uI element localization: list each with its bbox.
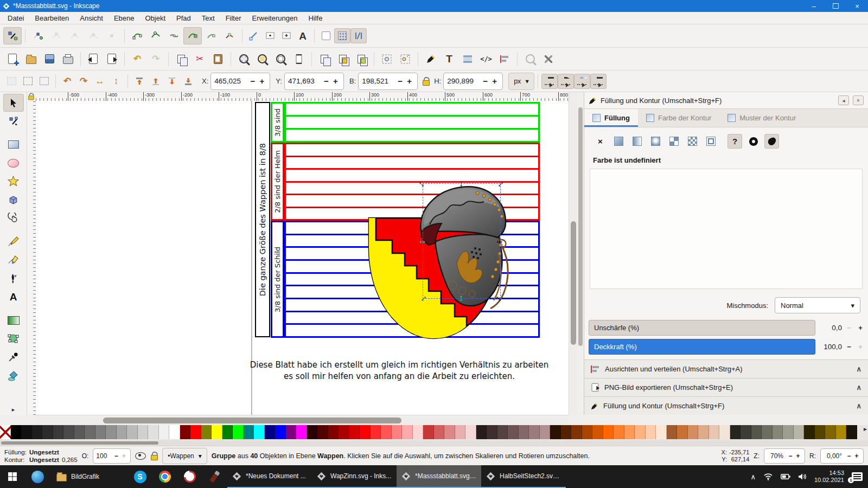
zoom-drawing-button[interactable] bbox=[253, 50, 271, 68]
palette-swatch[interactable] bbox=[201, 425, 212, 439]
fill-undefined-button[interactable]: ? bbox=[727, 134, 742, 149]
box3d-tool-button[interactable] bbox=[3, 191, 24, 209]
palette-swatch[interactable] bbox=[360, 425, 371, 439]
palette-swatch[interactable] bbox=[317, 425, 328, 439]
stroke-to-path-button[interactable] bbox=[262, 28, 278, 43]
node-corner-button[interactable] bbox=[128, 27, 146, 44]
palette-swatch[interactable] bbox=[233, 425, 244, 439]
palette-swatch[interactable] bbox=[719, 425, 730, 439]
y-plus-button[interactable]: + bbox=[331, 76, 340, 86]
star-tool-button[interactable] bbox=[3, 172, 24, 190]
palette-swatch[interactable] bbox=[402, 425, 413, 439]
group-button[interactable] bbox=[378, 50, 396, 68]
clone-button[interactable] bbox=[334, 50, 352, 68]
palette-swatch[interactable] bbox=[709, 425, 720, 439]
horizontal-scrollbar-thumb[interactable] bbox=[103, 418, 401, 423]
palette-swatch[interactable] bbox=[169, 425, 180, 439]
close-button[interactable]: × bbox=[846, 0, 868, 12]
blur-value[interactable]: 0,0 bbox=[818, 324, 842, 332]
menu-item[interactable]: Hilfe bbox=[303, 14, 328, 22]
vertical-scrollbar-thumb[interactable] bbox=[571, 221, 576, 345]
palette-swatch[interactable] bbox=[846, 425, 857, 439]
pencil-tool-button[interactable] bbox=[3, 233, 24, 251]
fill-unknown-paint-button[interactable] bbox=[704, 134, 718, 149]
rotation-field[interactable]: 0,00° − + bbox=[820, 448, 864, 464]
node-line-button[interactable] bbox=[202, 27, 220, 44]
layer-lock-icon[interactable] bbox=[150, 452, 158, 460]
palette-swatch[interactable] bbox=[296, 425, 307, 439]
scale-handle-top[interactable]: ↕ bbox=[459, 179, 464, 188]
raise-button[interactable] bbox=[148, 74, 164, 89]
y-field[interactable]: 471,693 − + bbox=[284, 73, 344, 90]
rotation-value[interactable]: 0,00° bbox=[824, 452, 845, 460]
height-value[interactable]: 290,899 bbox=[447, 77, 481, 85]
new-document-button[interactable] bbox=[3, 50, 22, 68]
dock-close-button[interactable]: × bbox=[853, 95, 864, 105]
palette-swatch[interactable] bbox=[392, 425, 403, 439]
tray-expand-icon[interactable]: ∧ bbox=[750, 473, 756, 480]
lower-button[interactable] bbox=[164, 74, 180, 89]
palette-swatch[interactable] bbox=[328, 425, 339, 439]
dock-scrollbar-thumb[interactable] bbox=[578, 107, 583, 346]
palette-swatch[interactable] bbox=[222, 425, 233, 439]
object-opacity-field[interactable]: 100 − + bbox=[93, 448, 131, 464]
toolbox-expand-button[interactable]: ▸ bbox=[3, 404, 24, 415]
taskbar-window-button[interactable]: HalbSeitStech2.svg ... bbox=[481, 465, 566, 488]
scale-handle-left[interactable]: ↔ bbox=[418, 236, 427, 245]
palette-swatch[interactable] bbox=[63, 425, 74, 439]
zoom-value[interactable]: 70% bbox=[767, 452, 787, 460]
menu-item[interactable]: Filter bbox=[220, 14, 247, 22]
fill-stroke-expander[interactable]: Füllung und Kontur (Umschalt+Strg+F) ∧ bbox=[584, 396, 868, 415]
dock-scrollbar[interactable] bbox=[577, 92, 584, 415]
palette-swatch[interactable] bbox=[582, 425, 593, 439]
palette-swatch[interactable] bbox=[836, 425, 847, 439]
palette-swatch[interactable] bbox=[624, 425, 635, 439]
folder-shortcut[interactable]: BildGrafik bbox=[50, 465, 106, 488]
palette-swatch[interactable] bbox=[773, 425, 783, 439]
open-button[interactable] bbox=[22, 50, 40, 68]
palette-swatch[interactable] bbox=[95, 425, 106, 439]
app-button-1[interactable] bbox=[177, 465, 202, 488]
insert-dimension-button[interactable] bbox=[278, 28, 295, 43]
fill-stroke-indicator[interactable]: Füllung: Ungesetzt Kontur: Ungesetzt 0,2… bbox=[4, 448, 78, 464]
align-distribute-expander[interactable]: Ausrichten und verteilen (Umschalt+Strg+… bbox=[584, 359, 868, 378]
palette-swatch[interactable] bbox=[117, 425, 127, 439]
menu-item[interactable]: Ebene bbox=[108, 14, 140, 22]
palette-swatch[interactable] bbox=[127, 425, 138, 439]
xml-editor-button[interactable]: </> bbox=[477, 50, 495, 68]
rotate-cw-button[interactable]: ↷ bbox=[75, 74, 92, 89]
palette-swatch[interactable] bbox=[804, 425, 815, 439]
selector-tool-button[interactable] bbox=[3, 94, 24, 112]
palette-swatch[interactable] bbox=[635, 425, 646, 439]
green-section-label-box[interactable]: 3/8 sind bbox=[271, 102, 284, 143]
guides-toggle[interactable] bbox=[350, 28, 367, 43]
start-button[interactable] bbox=[0, 465, 25, 488]
zoom-minus-button[interactable]: − bbox=[787, 452, 794, 460]
delete-segment-button[interactable] bbox=[103, 27, 121, 44]
palette-swatch[interactable] bbox=[730, 425, 741, 439]
height-plus-button[interactable]: + bbox=[490, 76, 499, 86]
palette-swatch[interactable] bbox=[423, 425, 434, 439]
palette-swatch[interactable] bbox=[275, 425, 286, 439]
scale-handle-bottom[interactable]: ↕ bbox=[459, 293, 464, 303]
x-plus-button[interactable]: + bbox=[257, 76, 266, 86]
palette-swatch[interactable] bbox=[180, 425, 191, 439]
palette-swatch[interactable] bbox=[265, 425, 276, 439]
edge-browser-button[interactable] bbox=[25, 465, 50, 488]
select-all-button[interactable] bbox=[3, 74, 20, 89]
fill-radial-gradient-button[interactable] bbox=[648, 134, 663, 149]
palette-swatch[interactable] bbox=[455, 425, 466, 439]
palette-swatch[interactable] bbox=[508, 425, 519, 439]
selection-bounding-box[interactable] bbox=[423, 183, 501, 299]
palette-swatch[interactable] bbox=[762, 425, 773, 439]
opacity-slider[interactable]: Deckkraft (%) bbox=[589, 339, 815, 355]
palette-swatch[interactable] bbox=[190, 425, 201, 439]
opacity-plus-button[interactable]: + bbox=[120, 452, 127, 460]
paint-bucket-tool-button[interactable] bbox=[3, 367, 24, 384]
palette-swatch[interactable] bbox=[603, 425, 614, 439]
palette-swatch[interactable] bbox=[741, 425, 751, 439]
rectangle-tool-button[interactable] bbox=[3, 136, 24, 153]
fill-flat-button[interactable] bbox=[611, 134, 626, 149]
palette-swatch[interactable] bbox=[212, 425, 222, 439]
rotation-plus-button[interactable]: + bbox=[853, 452, 860, 460]
